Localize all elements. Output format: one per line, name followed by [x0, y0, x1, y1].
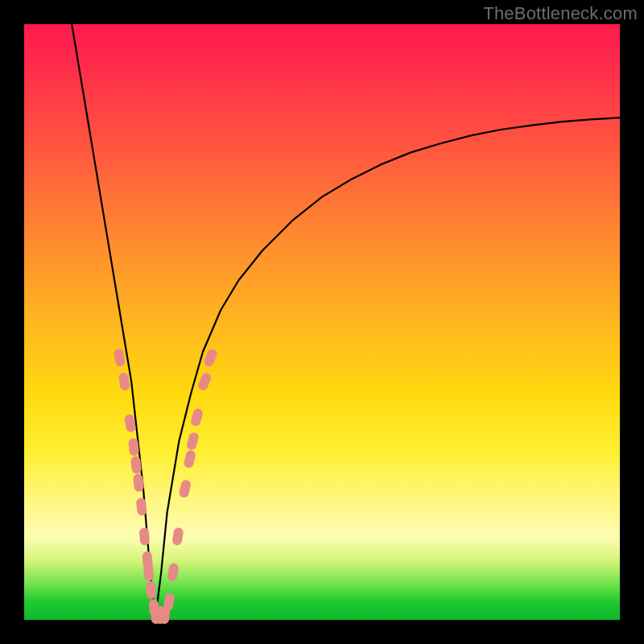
curve-marker: [171, 527, 184, 547]
curve-marker: [136, 497, 147, 516]
curve-marker: [203, 348, 219, 368]
curve-marker: [114, 349, 126, 368]
curve-svg: [24, 24, 620, 620]
curve-marker: [190, 407, 204, 427]
plot-area: [24, 24, 620, 620]
curve-marker: [167, 563, 179, 582]
curve-marker: [183, 449, 196, 469]
curve-marker: [139, 527, 151, 546]
watermark-text: TheBottleneck.com: [483, 3, 638, 24]
marker-group: [114, 348, 219, 625]
curve-marker: [146, 580, 157, 599]
chart-frame: TheBottleneck.com: [0, 0, 644, 644]
curve-marker: [196, 372, 213, 392]
curve-marker: [118, 372, 130, 391]
curve-marker: [178, 479, 192, 498]
curve-marker: [186, 431, 200, 451]
curve-marker: [163, 592, 175, 612]
bottleneck-curve: [72, 24, 620, 620]
curve-marker: [143, 563, 155, 581]
